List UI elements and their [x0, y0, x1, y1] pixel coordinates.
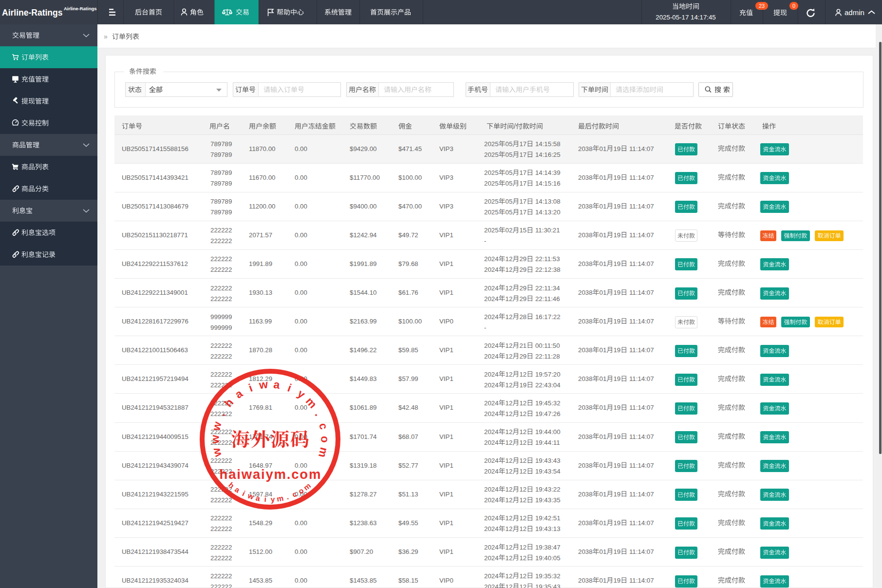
svg-text:19:57:20: 19:57:20 [533, 371, 560, 378]
svg-text:11:14:07: 11:14:07 [627, 491, 654, 498]
svg-text:11:14:07: 11:14:07 [627, 462, 654, 469]
svg-text:17: 17 [519, 180, 526, 187]
svg-text:0.00: 0.00 [295, 145, 307, 152]
svg-text:19: 19 [613, 577, 620, 584]
svg-text:12: 12 [506, 439, 513, 446]
svg-text:19: 19 [613, 491, 620, 498]
svg-text:16:17:22: 16:17:22 [533, 313, 560, 321]
svg-text:22:11:46: 22:11:46 [533, 295, 560, 303]
svg-text:222222: 222222 [210, 295, 232, 303]
svg-text:$58.15: $58.15 [398, 577, 418, 584]
svg-text:14:13:20: 14:13:20 [533, 209, 560, 216]
svg-text:222222: 222222 [210, 255, 232, 263]
svg-text:29: 29 [519, 266, 526, 273]
svg-text:$52.77: $52.77 [398, 462, 418, 469]
svg-text:2024: 2024 [484, 514, 499, 522]
svg-text:29: 29 [519, 285, 526, 292]
svg-text:2024: 2024 [484, 353, 499, 360]
svg-text:01: 01 [600, 318, 607, 325]
svg-text:01: 01 [600, 231, 607, 239]
svg-text:2025: 2025 [484, 180, 499, 187]
svg-text:2024: 2024 [484, 544, 499, 551]
svg-text:29: 29 [519, 255, 526, 263]
svg-text:$9400.00: $9400.00 [350, 203, 376, 210]
svg-text:19:43:35: 19:43:35 [533, 496, 560, 504]
svg-text:UB2412121943221595: UB2412121943221595 [122, 491, 188, 498]
svg-text:19:35:32: 19:35:32 [533, 572, 560, 580]
svg-text:01: 01 [600, 203, 607, 210]
svg-text:17: 17 [519, 151, 526, 158]
svg-text:05: 05 [506, 140, 513, 148]
svg-text:789789: 789789 [210, 198, 232, 205]
svg-text:28: 28 [519, 313, 526, 321]
svg-text:19: 19 [613, 433, 620, 440]
svg-text:1453.85: 1453.85 [249, 577, 272, 584]
svg-text:12: 12 [506, 486, 513, 493]
svg-text:11:14:07: 11:14:07 [627, 375, 654, 382]
svg-text:17: 17 [519, 140, 526, 148]
svg-text:UB2412121935324034: UB2412121935324034 [122, 577, 188, 584]
svg-text:y: y [270, 495, 275, 503]
svg-text:222222: 222222 [210, 583, 232, 588]
svg-text:05: 05 [506, 198, 513, 205]
svg-text:01: 01 [600, 433, 607, 440]
svg-text:12: 12 [506, 525, 513, 532]
svg-text:222222: 222222 [210, 285, 232, 292]
svg-text:12: 12 [506, 514, 513, 522]
svg-text:01: 01 [600, 491, 607, 498]
svg-text:12: 12 [506, 295, 513, 303]
svg-text:2025: 2025 [484, 140, 499, 148]
svg-text:12: 12 [519, 371, 526, 378]
svg-text:2038: 2038 [578, 404, 593, 411]
svg-text:.: . [285, 493, 290, 501]
svg-text:1930.13: 1930.13 [249, 289, 272, 296]
svg-text:11:14:07: 11:14:07 [627, 231, 654, 239]
svg-text:12: 12 [506, 399, 513, 407]
svg-text:12: 12 [506, 572, 513, 580]
svg-text:11670.00: 11670.00 [249, 174, 275, 181]
svg-text:222222: 222222 [210, 496, 232, 504]
svg-text:$49.55: $49.55 [398, 519, 418, 527]
svg-text:19: 19 [613, 231, 620, 239]
svg-text:0.00: 0.00 [295, 577, 307, 584]
svg-text:w: w [258, 378, 268, 391]
svg-text:$1544.10: $1544.10 [350, 289, 376, 296]
svg-text:0.00: 0.00 [295, 174, 307, 181]
svg-text:.: . [313, 409, 325, 418]
svg-text:2024: 2024 [484, 468, 499, 475]
svg-text:UB2412121938473544: UB2412121938473544 [122, 548, 188, 555]
svg-text:19:35:43: 19:35:43 [533, 583, 560, 588]
svg-text:19:44:00: 19:44:00 [533, 428, 560, 436]
svg-text:$1238.63: $1238.63 [350, 519, 376, 527]
svg-text:01: 01 [600, 289, 607, 296]
svg-text:2025: 2025 [484, 169, 499, 176]
svg-text:2024: 2024 [484, 255, 499, 263]
svg-text:VIP3: VIP3 [439, 174, 453, 181]
svg-text:UB2502151130218771: UB2502151130218771 [122, 231, 188, 239]
svg-text:14:15:16: 14:15:16 [533, 180, 560, 187]
svg-text:2038: 2038 [578, 548, 593, 555]
svg-text:19: 19 [613, 260, 620, 267]
svg-text:12: 12 [506, 554, 513, 562]
svg-text:o: o [319, 436, 331, 443]
svg-text:11:14:07: 11:14:07 [627, 548, 654, 555]
svg-text:19:40:05: 19:40:05 [533, 554, 560, 562]
svg-text:2024: 2024 [484, 381, 499, 389]
svg-text:/: / [514, 122, 516, 130]
svg-text:01: 01 [600, 174, 607, 181]
svg-text:a: a [233, 485, 242, 494]
svg-text:VIP3: VIP3 [439, 145, 453, 152]
svg-text:i: i [264, 495, 267, 503]
svg-text:VIP1: VIP1 [439, 231, 453, 239]
svg-text:2024: 2024 [484, 410, 499, 417]
svg-text:UB2505171414393421: UB2505171414393421 [122, 174, 188, 181]
svg-text:VIP3: VIP3 [439, 203, 453, 210]
svg-text:2024: 2024 [484, 295, 499, 303]
svg-text:1870.28: 1870.28 [249, 346, 272, 354]
svg-text:$36.29: $36.29 [398, 548, 418, 555]
svg-text:22:43:04: 22:43:04 [533, 381, 560, 389]
svg-text:222222: 222222 [210, 227, 232, 234]
svg-text:1512.00: 1512.00 [249, 548, 272, 555]
svg-text:2024: 2024 [484, 486, 499, 493]
svg-text:$1278.27: $1278.27 [350, 491, 376, 498]
